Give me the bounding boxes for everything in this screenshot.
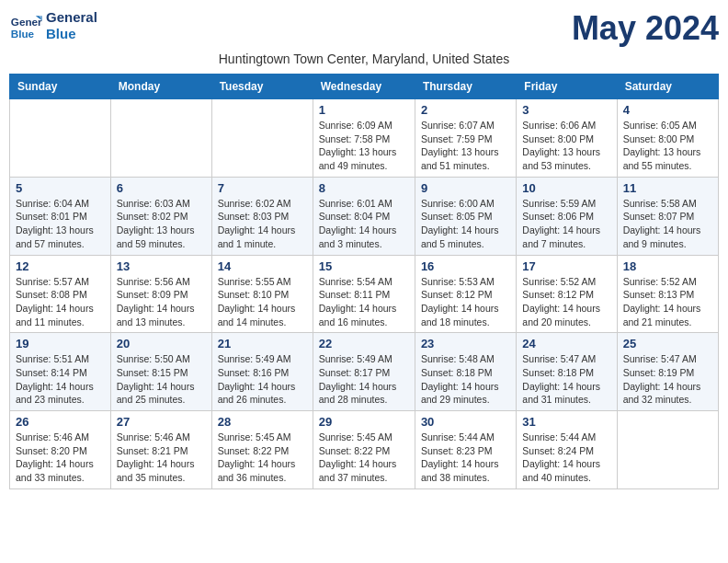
calendar-cell: [617, 411, 718, 489]
day-number: 4: [623, 103, 712, 117]
day-number: 21: [218, 337, 307, 350]
day-number: 6: [117, 181, 206, 195]
svg-text:General: General: [11, 16, 42, 28]
day-number: 8: [319, 181, 409, 195]
weekday-header-monday: Monday: [110, 75, 211, 99]
day-number: 28: [218, 415, 307, 429]
day-info: Sunrise: 6:07 AMSunset: 7:59 PMDaylight:…: [421, 119, 510, 173]
day-info: Sunrise: 5:58 AMSunset: 8:07 PMDaylight:…: [623, 197, 712, 251]
calendar-cell: 6Sunrise: 6:03 AMSunset: 8:02 PMDaylight…: [110, 177, 211, 255]
day-info: Sunrise: 5:52 AMSunset: 8:13 PMDaylight:…: [623, 275, 712, 329]
day-number: 7: [218, 181, 307, 195]
day-info: Sunrise: 6:06 AMSunset: 8:00 PMDaylight:…: [522, 119, 610, 173]
calendar-week-row: 5Sunrise: 6:04 AMSunset: 8:01 PMDaylight…: [10, 177, 719, 255]
day-info: Sunrise: 5:50 AMSunset: 8:15 PMDaylight:…: [117, 352, 206, 407]
calendar-cell: 16Sunrise: 5:53 AMSunset: 8:12 PMDayligh…: [415, 255, 516, 333]
day-info: Sunrise: 6:04 AMSunset: 8:01 PMDaylight:…: [16, 197, 105, 251]
calendar-cell: 17Sunrise: 5:52 AMSunset: 8:12 PMDayligh…: [517, 255, 617, 333]
day-info: Sunrise: 5:59 AMSunset: 8:06 PMDaylight:…: [522, 197, 610, 251]
weekday-header-sunday: Sunday: [10, 75, 111, 99]
day-info: Sunrise: 5:48 AMSunset: 8:18 PMDaylight:…: [421, 352, 510, 407]
calendar-cell: [211, 99, 313, 178]
day-info: Sunrise: 5:45 AMSunset: 8:22 PMDaylight:…: [218, 431, 307, 485]
day-info: Sunrise: 5:53 AMSunset: 8:12 PMDaylight:…: [421, 275, 510, 329]
calendar-cell: 4Sunrise: 6:05 AMSunset: 8:00 PMDaylight…: [617, 99, 718, 178]
day-info: Sunrise: 6:00 AMSunset: 8:05 PMDaylight:…: [421, 197, 510, 251]
month-title: May 2024: [572, 9, 719, 48]
calendar-cell: 20Sunrise: 5:50 AMSunset: 8:15 PMDayligh…: [110, 333, 211, 411]
day-number: 26: [16, 415, 105, 429]
weekday-header-wednesday: Wednesday: [313, 75, 415, 99]
day-number: 24: [522, 337, 610, 350]
weekday-header-tuesday: Tuesday: [211, 75, 313, 99]
svg-text:Blue: Blue: [11, 28, 35, 40]
weekday-header-saturday: Saturday: [617, 75, 718, 99]
calendar-cell: 25Sunrise: 5:47 AMSunset: 8:19 PMDayligh…: [617, 333, 718, 411]
page-header: General Blue General Blue May 2024: [9, 9, 719, 48]
day-number: 25: [623, 337, 712, 350]
calendar-cell: 8Sunrise: 6:01 AMSunset: 8:04 PMDaylight…: [313, 177, 415, 255]
day-info: Sunrise: 6:02 AMSunset: 8:03 PMDaylight:…: [218, 197, 307, 251]
weekday-header-friday: Friday: [517, 75, 617, 99]
calendar-cell: 15Sunrise: 5:54 AMSunset: 8:11 PMDayligh…: [313, 255, 415, 333]
calendar-cell: 19Sunrise: 5:51 AMSunset: 8:14 PMDayligh…: [10, 333, 111, 411]
day-info: Sunrise: 5:45 AMSunset: 8:22 PMDaylight:…: [319, 431, 409, 485]
calendar-cell: 22Sunrise: 5:49 AMSunset: 8:17 PMDayligh…: [313, 333, 415, 411]
day-number: 2: [421, 103, 510, 117]
day-info: Sunrise: 5:47 AMSunset: 8:19 PMDaylight:…: [623, 352, 712, 407]
calendar-cell: 10Sunrise: 5:59 AMSunset: 8:06 PMDayligh…: [517, 177, 617, 255]
location-subtitle: Huntingtown Town Center, Maryland, Unite…: [9, 52, 719, 66]
calendar-cell: 29Sunrise: 5:45 AMSunset: 8:22 PMDayligh…: [313, 411, 415, 489]
calendar-cell: 13Sunrise: 5:56 AMSunset: 8:09 PMDayligh…: [110, 255, 211, 333]
calendar-cell: 26Sunrise: 5:46 AMSunset: 8:20 PMDayligh…: [10, 411, 111, 489]
day-info: Sunrise: 5:49 AMSunset: 8:16 PMDaylight:…: [218, 352, 307, 407]
calendar-cell: 21Sunrise: 5:49 AMSunset: 8:16 PMDayligh…: [211, 333, 313, 411]
calendar-week-row: 26Sunrise: 5:46 AMSunset: 8:20 PMDayligh…: [10, 411, 719, 489]
day-number: 13: [117, 259, 206, 273]
calendar-cell: 1Sunrise: 6:09 AMSunset: 7:58 PMDaylight…: [313, 99, 415, 178]
day-info: Sunrise: 5:47 AMSunset: 8:18 PMDaylight:…: [522, 352, 610, 407]
day-number: 30: [421, 415, 510, 429]
day-number: 16: [421, 259, 510, 273]
day-number: 14: [218, 259, 307, 273]
day-info: Sunrise: 5:57 AMSunset: 8:08 PMDaylight:…: [16, 275, 105, 329]
day-number: 9: [421, 181, 510, 195]
logo-name-line1: General: [46, 9, 97, 26]
day-info: Sunrise: 5:49 AMSunset: 8:17 PMDaylight:…: [319, 352, 409, 407]
weekday-header-thursday: Thursday: [415, 75, 516, 99]
day-number: 20: [117, 337, 206, 350]
day-info: Sunrise: 5:54 AMSunset: 8:11 PMDaylight:…: [319, 275, 409, 329]
calendar-week-row: 1Sunrise: 6:09 AMSunset: 7:58 PMDaylight…: [10, 99, 719, 178]
calendar-cell: 3Sunrise: 6:06 AMSunset: 8:00 PMDaylight…: [517, 99, 617, 178]
calendar-cell: 12Sunrise: 5:57 AMSunset: 8:08 PMDayligh…: [10, 255, 111, 333]
day-info: Sunrise: 5:51 AMSunset: 8:14 PMDaylight:…: [16, 352, 105, 407]
day-number: 11: [623, 181, 712, 195]
day-info: Sunrise: 5:52 AMSunset: 8:12 PMDaylight:…: [522, 275, 610, 329]
calendar-cell: 28Sunrise: 5:45 AMSunset: 8:22 PMDayligh…: [211, 411, 313, 489]
calendar-cell: 7Sunrise: 6:02 AMSunset: 8:03 PMDaylight…: [211, 177, 313, 255]
day-info: Sunrise: 6:05 AMSunset: 8:00 PMDaylight:…: [623, 119, 712, 173]
day-number: 12: [16, 259, 105, 273]
day-number: 5: [16, 181, 105, 195]
day-number: 29: [319, 415, 409, 429]
day-info: Sunrise: 5:44 AMSunset: 8:23 PMDaylight:…: [421, 431, 510, 485]
day-info: Sunrise: 5:56 AMSunset: 8:09 PMDaylight:…: [117, 275, 206, 329]
logo: General Blue General Blue: [9, 9, 97, 42]
day-number: 22: [319, 337, 409, 350]
day-info: Sunrise: 5:46 AMSunset: 8:20 PMDaylight:…: [16, 431, 105, 485]
calendar-week-row: 12Sunrise: 5:57 AMSunset: 8:08 PMDayligh…: [10, 255, 719, 333]
calendar-cell: 24Sunrise: 5:47 AMSunset: 8:18 PMDayligh…: [517, 333, 617, 411]
calendar-cell: 27Sunrise: 5:46 AMSunset: 8:21 PMDayligh…: [110, 411, 211, 489]
calendar-cell: [10, 99, 111, 178]
day-info: Sunrise: 6:01 AMSunset: 8:04 PMDaylight:…: [319, 197, 409, 251]
day-number: 15: [319, 259, 409, 273]
day-info: Sunrise: 6:09 AMSunset: 7:58 PMDaylight:…: [319, 119, 409, 173]
calendar-week-row: 19Sunrise: 5:51 AMSunset: 8:14 PMDayligh…: [10, 333, 719, 411]
calendar-cell: 9Sunrise: 6:00 AMSunset: 8:05 PMDaylight…: [415, 177, 516, 255]
calendar-cell: 5Sunrise: 6:04 AMSunset: 8:01 PMDaylight…: [10, 177, 111, 255]
calendar-body: 1Sunrise: 6:09 AMSunset: 7:58 PMDaylight…: [10, 99, 719, 489]
calendar-cell: 18Sunrise: 5:52 AMSunset: 8:13 PMDayligh…: [617, 255, 718, 333]
day-info: Sunrise: 6:03 AMSunset: 8:02 PMDaylight:…: [117, 197, 206, 251]
day-info: Sunrise: 5:46 AMSunset: 8:21 PMDaylight:…: [117, 431, 206, 485]
day-number: 23: [421, 337, 510, 350]
